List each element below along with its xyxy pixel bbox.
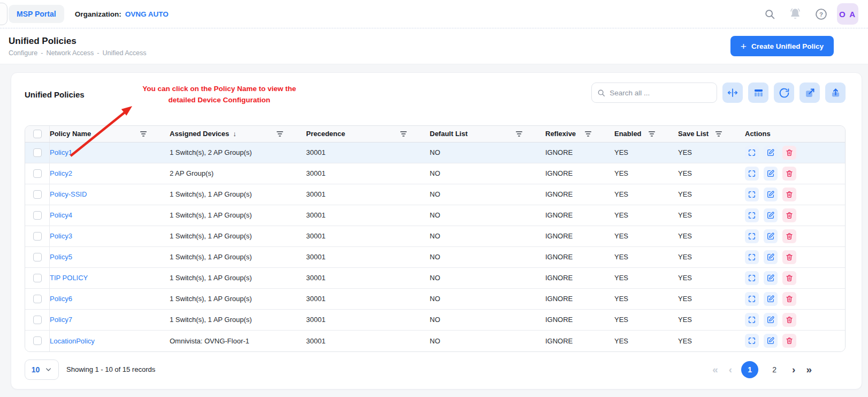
row-select-cell bbox=[25, 247, 50, 267]
edit-pencil-icon bbox=[766, 274, 775, 282]
expand-policy-button[interactable] bbox=[745, 229, 759, 243]
organization-value-link[interactable]: OVNG AUTO bbox=[125, 10, 169, 18]
policy-name-link[interactable]: Policy7 bbox=[50, 316, 170, 324]
edit-policy-button[interactable] bbox=[764, 229, 778, 243]
pagination-next-button[interactable]: › bbox=[790, 364, 797, 374]
breadcrumb-item-unified-access[interactable]: Unified Access bbox=[102, 49, 146, 57]
msp-portal-button[interactable]: MSP Portal bbox=[9, 5, 64, 23]
policy-name-link[interactable]: Policy6 bbox=[50, 295, 170, 303]
filter-icon[interactable] bbox=[715, 131, 722, 137]
expand-policy-button[interactable] bbox=[745, 188, 759, 201]
column-header[interactable]: Assigned Devices ↓ bbox=[170, 130, 306, 138]
search-icon[interactable] bbox=[759, 3, 780, 25]
policy-name-link[interactable]: LocationPolicy bbox=[50, 337, 170, 345]
row-checkbox[interactable] bbox=[33, 211, 42, 220]
save-list-cell: YES bbox=[678, 295, 745, 303]
filter-icon[interactable] bbox=[400, 131, 407, 137]
expand-policy-button[interactable] bbox=[745, 292, 759, 306]
row-checkbox[interactable] bbox=[33, 190, 42, 199]
column-header[interactable]: Reflexive bbox=[545, 130, 614, 138]
columns-button[interactable] bbox=[748, 83, 768, 103]
delete-policy-button[interactable] bbox=[782, 167, 796, 181]
edit-policy-button[interactable] bbox=[764, 250, 778, 264]
edit-policy-button[interactable] bbox=[764, 334, 778, 348]
row-checkbox[interactable] bbox=[33, 316, 42, 324]
notifications-bell-icon[interactable] bbox=[785, 3, 806, 25]
edit-policy-button[interactable] bbox=[764, 292, 778, 306]
filter-icon[interactable] bbox=[276, 131, 284, 137]
column-header[interactable]: Default List bbox=[430, 130, 545, 138]
create-unified-policy-button[interactable]: + Create Unified Policy bbox=[730, 36, 834, 56]
policy-name-link[interactable]: Policy1 bbox=[50, 148, 170, 156]
row-checkbox[interactable] bbox=[33, 274, 42, 282]
svg-text:?: ? bbox=[819, 11, 823, 17]
delete-policy-button[interactable] bbox=[782, 208, 796, 222]
row-checkbox[interactable] bbox=[33, 336, 42, 345]
delete-policy-button[interactable] bbox=[782, 313, 796, 327]
breadcrumb-item-configure[interactable]: Configure bbox=[9, 49, 37, 57]
column-header[interactable]: Save List bbox=[678, 130, 745, 138]
select-all-checkbox[interactable] bbox=[33, 130, 42, 138]
row-checkbox[interactable] bbox=[33, 253, 42, 261]
filter-icon[interactable] bbox=[515, 131, 523, 137]
column-header[interactable]: Policy Name bbox=[50, 130, 170, 138]
delete-policy-button[interactable] bbox=[782, 292, 796, 306]
edit-policy-button[interactable] bbox=[764, 188, 778, 201]
expand-policy-button[interactable] bbox=[745, 208, 759, 222]
table-row: Policy2 2 AP Group(s) 30001 NO IGNORE YE… bbox=[25, 163, 845, 184]
collapsed-sidebar-fragment bbox=[0, 3, 7, 25]
filter-icon[interactable] bbox=[140, 131, 147, 137]
edit-policy-button[interactable] bbox=[764, 167, 778, 181]
page-title-bar: Unified Policies Configure-Network Acces… bbox=[0, 28, 868, 64]
row-checkbox[interactable] bbox=[33, 148, 42, 157]
expand-policy-button[interactable] bbox=[745, 271, 759, 285]
policy-name-link[interactable]: Policy3 bbox=[50, 232, 170, 240]
organization-label: Organization: bbox=[75, 10, 121, 18]
expand-policy-button[interactable] bbox=[745, 334, 759, 348]
expand-policy-button[interactable] bbox=[745, 250, 759, 264]
user-avatar[interactable]: O A bbox=[837, 3, 858, 25]
delete-policy-button[interactable] bbox=[782, 229, 796, 243]
pagination-page-2[interactable]: 2 bbox=[766, 361, 783, 378]
edit-pencil-icon bbox=[766, 336, 775, 345]
row-checkbox[interactable] bbox=[33, 295, 42, 303]
pagination-last-button[interactable]: » bbox=[804, 364, 813, 374]
refresh-button[interactable] bbox=[774, 83, 794, 103]
expand-policy-button[interactable] bbox=[745, 313, 759, 327]
breadcrumb-item-network-access[interactable]: Network Access bbox=[46, 49, 94, 57]
delete-policy-button[interactable] bbox=[782, 188, 796, 201]
delete-policy-button[interactable] bbox=[782, 146, 796, 160]
expand-policy-button[interactable] bbox=[745, 167, 759, 181]
filter-icon[interactable] bbox=[584, 131, 592, 137]
expand-policy-button[interactable] bbox=[745, 146, 759, 160]
policy-name-link[interactable]: TIP POLICY bbox=[50, 274, 170, 282]
help-icon[interactable]: ? bbox=[810, 3, 832, 25]
edit-policy-button[interactable] bbox=[764, 271, 778, 285]
column-header[interactable]: Precedence bbox=[306, 130, 430, 138]
pagination-first-button[interactable]: « bbox=[711, 364, 720, 374]
pagination-prev-button[interactable]: ‹ bbox=[727, 364, 734, 374]
column-header[interactable]: Actions bbox=[745, 130, 845, 138]
policy-name-link[interactable]: Policy4 bbox=[50, 211, 170, 219]
page-size-select[interactable]: 10 bbox=[25, 359, 59, 380]
row-checkbox[interactable] bbox=[33, 169, 42, 178]
edit-policy-button[interactable] bbox=[764, 146, 778, 160]
filter-icon[interactable] bbox=[648, 131, 656, 137]
upload-button[interactable] bbox=[825, 83, 846, 103]
policy-name-link[interactable]: Policy-SSID bbox=[50, 190, 170, 198]
pagination-page-1[interactable]: 1 bbox=[741, 361, 758, 378]
column-header[interactable]: Enabled bbox=[614, 130, 678, 138]
delete-policy-button[interactable] bbox=[782, 250, 796, 264]
search-all-input[interactable] bbox=[610, 89, 711, 97]
edit-policy-button[interactable] bbox=[764, 208, 778, 222]
delete-policy-button[interactable] bbox=[782, 334, 796, 348]
trash-icon bbox=[785, 232, 794, 241]
sort-desc-icon[interactable]: ↓ bbox=[233, 130, 237, 138]
column-resize-button[interactable] bbox=[722, 83, 743, 103]
policy-name-link[interactable]: Policy5 bbox=[50, 253, 170, 261]
row-checkbox[interactable] bbox=[33, 232, 42, 241]
delete-policy-button[interactable] bbox=[782, 271, 796, 285]
policy-name-link[interactable]: Policy2 bbox=[50, 169, 170, 177]
edit-policy-button[interactable] bbox=[764, 313, 778, 327]
open-external-button[interactable] bbox=[800, 83, 820, 103]
